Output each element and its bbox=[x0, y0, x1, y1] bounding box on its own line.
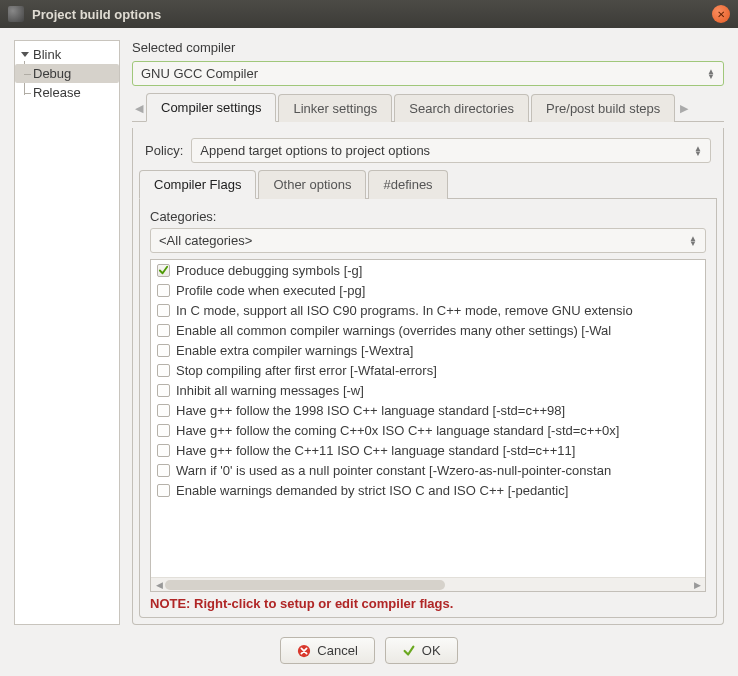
flag-label: Inhibit all warning messages [-w] bbox=[176, 383, 364, 398]
flag-row[interactable]: Stop compiling after first error [-Wfata… bbox=[151, 360, 705, 380]
flag-checkbox[interactable] bbox=[157, 284, 170, 297]
categories-select[interactable]: <All categories> ▲▼ bbox=[150, 228, 706, 253]
tab-linker-settings[interactable]: Linker settings bbox=[278, 94, 392, 122]
tab-compiler-flags[interactable]: Compiler Flags bbox=[139, 170, 256, 199]
compiler-select[interactable]: GNU GCC Compiler ▲▼ bbox=[132, 61, 724, 86]
policy-select[interactable]: Append target options to project options… bbox=[191, 138, 711, 163]
titlebar: Project build options ✕ bbox=[0, 0, 738, 28]
dialog-buttons: Cancel OK bbox=[14, 625, 724, 664]
policy-label: Policy: bbox=[145, 143, 183, 158]
flag-checkbox[interactable] bbox=[157, 484, 170, 497]
target-tree[interactable]: Blink Debug Release bbox=[14, 40, 120, 625]
flag-row[interactable]: Warn if '0' is used as a null pointer co… bbox=[151, 460, 705, 480]
flags-list: Produce debugging symbols [-g]Profile co… bbox=[150, 259, 706, 592]
flag-label: Have g++ follow the 1998 ISO C++ languag… bbox=[176, 403, 565, 418]
tab-scroll-right-icon[interactable]: ▶ bbox=[677, 95, 691, 121]
scroll-left-icon[interactable]: ◀ bbox=[153, 580, 165, 590]
flag-label: Produce debugging symbols [-g] bbox=[176, 263, 362, 278]
updown-icon: ▲▼ bbox=[694, 146, 702, 156]
flag-row[interactable]: Enable all common compiler warnings (ove… bbox=[151, 320, 705, 340]
flag-label: Stop compiling after first error [-Wfata… bbox=[176, 363, 437, 378]
tab-search-directories[interactable]: Search directories bbox=[394, 94, 529, 122]
flag-checkbox[interactable] bbox=[157, 384, 170, 397]
selected-compiler-label: Selected compiler bbox=[132, 40, 724, 55]
flag-row[interactable]: Produce debugging symbols [-g] bbox=[151, 260, 705, 280]
flag-row[interactable]: In C mode, support all ISO C90 programs.… bbox=[151, 300, 705, 320]
flag-checkbox[interactable] bbox=[157, 344, 170, 357]
tab-scroll-left-icon[interactable]: ◀ bbox=[132, 95, 146, 121]
tab-defines[interactable]: #defines bbox=[368, 170, 447, 199]
horizontal-scrollbar[interactable]: ◀ ▶ bbox=[151, 577, 705, 591]
flag-checkbox[interactable] bbox=[157, 424, 170, 437]
tree-item-label: Release bbox=[33, 85, 81, 100]
tree-root-item[interactable]: Blink bbox=[15, 45, 119, 64]
main-tabbar: ◀ Compiler settings Linker settings Sear… bbox=[132, 92, 724, 122]
flag-checkbox[interactable] bbox=[157, 404, 170, 417]
compiler-flags-panel: Categories: <All categories> ▲▼ Produce … bbox=[139, 199, 717, 618]
flag-label: Profile code when executed [-pg] bbox=[176, 283, 365, 298]
flag-label: Enable warnings demanded by strict ISO C… bbox=[176, 483, 568, 498]
ok-label: OK bbox=[422, 643, 441, 658]
tree-item-release[interactable]: Release bbox=[15, 83, 119, 102]
updown-icon: ▲▼ bbox=[689, 236, 697, 246]
flag-row[interactable]: Have g++ follow the coming C++0x ISO C++… bbox=[151, 420, 705, 440]
flag-row[interactable]: Inhibit all warning messages [-w] bbox=[151, 380, 705, 400]
sub-tabbar: Compiler Flags Other options #defines bbox=[139, 169, 717, 199]
categories-label: Categories: bbox=[150, 209, 706, 224]
flag-row[interactable]: Enable extra compiler warnings [-Wextra] bbox=[151, 340, 705, 360]
flag-checkbox[interactable] bbox=[157, 304, 170, 317]
flag-checkbox[interactable] bbox=[157, 444, 170, 457]
flag-label: Have g++ follow the coming C++0x ISO C++… bbox=[176, 423, 619, 438]
scroll-thumb[interactable] bbox=[165, 580, 445, 590]
tree-root-label: Blink bbox=[33, 47, 61, 62]
flag-checkbox[interactable] bbox=[157, 324, 170, 337]
flag-row[interactable]: Have g++ follow the 1998 ISO C++ languag… bbox=[151, 400, 705, 420]
flag-label: Have g++ follow the C++11 ISO C++ langua… bbox=[176, 443, 575, 458]
flag-label: Enable extra compiler warnings [-Wextra] bbox=[176, 343, 413, 358]
scroll-right-icon[interactable]: ▶ bbox=[691, 580, 703, 590]
ok-button[interactable]: OK bbox=[385, 637, 458, 664]
chevron-down-icon[interactable] bbox=[21, 52, 29, 57]
updown-icon: ▲▼ bbox=[707, 69, 715, 79]
tab-compiler-settings[interactable]: Compiler settings bbox=[146, 93, 276, 122]
flags-note: NOTE: Right-click to setup or edit compi… bbox=[150, 596, 706, 611]
ok-icon bbox=[402, 644, 416, 658]
flag-checkbox[interactable] bbox=[157, 264, 170, 277]
flag-checkbox[interactable] bbox=[157, 364, 170, 377]
tree-item-label: Debug bbox=[33, 66, 71, 81]
tab-pre-post-build[interactable]: Pre/post build steps bbox=[531, 94, 675, 122]
flag-label: Warn if '0' is used as a null pointer co… bbox=[176, 463, 611, 478]
cancel-icon bbox=[297, 644, 311, 658]
app-icon bbox=[8, 6, 24, 22]
flag-row[interactable]: Have g++ follow the C++11 ISO C++ langua… bbox=[151, 440, 705, 460]
tree-item-debug[interactable]: Debug bbox=[15, 64, 119, 83]
policy-value: Append target options to project options bbox=[200, 143, 430, 158]
flag-label: Enable all common compiler warnings (ove… bbox=[176, 323, 611, 338]
cancel-label: Cancel bbox=[317, 643, 357, 658]
cancel-button[interactable]: Cancel bbox=[280, 637, 374, 664]
close-icon[interactable]: ✕ bbox=[712, 5, 730, 23]
flag-checkbox[interactable] bbox=[157, 464, 170, 477]
window-title: Project build options bbox=[32, 7, 712, 22]
categories-value: <All categories> bbox=[159, 233, 252, 248]
flag-label: In C mode, support all ISO C90 programs.… bbox=[176, 303, 633, 318]
tab-other-options[interactable]: Other options bbox=[258, 170, 366, 199]
flag-row[interactable]: Enable warnings demanded by strict ISO C… bbox=[151, 480, 705, 500]
flag-row[interactable]: Profile code when executed [-pg] bbox=[151, 280, 705, 300]
compiler-value: GNU GCC Compiler bbox=[141, 66, 258, 81]
compiler-settings-panel: Policy: Append target options to project… bbox=[132, 128, 724, 625]
